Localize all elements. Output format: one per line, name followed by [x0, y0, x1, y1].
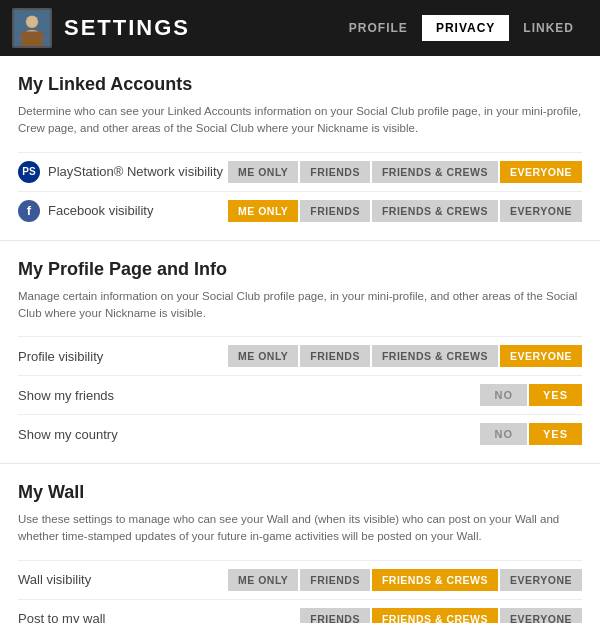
facebook-icon: f [18, 200, 40, 222]
sf-no[interactable]: NO [480, 384, 527, 406]
pv-friends-crews[interactable]: FRIENDS & CREWS [372, 345, 498, 367]
pv-me-only[interactable]: ME ONLY [228, 345, 298, 367]
wv-me-only[interactable]: ME ONLY [228, 569, 298, 591]
post-wall-group: FRIENDS FRIENDS & CREWS EVERYONE [300, 608, 582, 624]
show-country-label: Show my country [18, 427, 480, 442]
wall-visibility-label: Wall visibility [18, 572, 228, 587]
psn-friends-crews[interactable]: FRIENDS & CREWS [372, 161, 498, 183]
show-country-group: NO YES [480, 423, 582, 445]
wv-friends-crews[interactable]: FRIENDS & CREWS [372, 569, 498, 591]
my-wall-title: My Wall [18, 482, 582, 503]
psn-me-only[interactable]: ME ONLY [228, 161, 298, 183]
tab-privacy[interactable]: PRIVACY [422, 15, 509, 41]
post-wall-label: Post to my wall [18, 611, 300, 623]
show-friends-row: Show my friends NO YES [18, 375, 582, 414]
profile-page-desc: Manage certain information on your Socia… [18, 288, 582, 323]
sc-no[interactable]: NO [480, 423, 527, 445]
show-friends-label-text: Show my friends [18, 388, 114, 403]
fb-friends-crews[interactable]: FRIENDS & CREWS [372, 200, 498, 222]
post-wall-row: Post to my wall FRIENDS FRIENDS & CREWS … [18, 599, 582, 624]
sf-yes[interactable]: YES [529, 384, 582, 406]
header-nav: PROFILE PRIVACY LINKED [335, 15, 588, 41]
header: SETTINGS PROFILE PRIVACY LINKED [0, 0, 600, 56]
profile-visibility-label-text: Profile visibility [18, 349, 103, 364]
wall-visibility-group: ME ONLY FRIENDS FRIENDS & CREWS EVERYONE [228, 569, 582, 591]
profile-page-title: My Profile Page and Info [18, 259, 582, 280]
fb-friends[interactable]: FRIENDS [300, 200, 370, 222]
linked-accounts-desc: Determine who can see your Linked Accoun… [18, 103, 582, 138]
psn-label: PS PlayStation® Network visibility [18, 161, 228, 183]
psn-friends[interactable]: FRIENDS [300, 161, 370, 183]
svg-rect-3 [21, 32, 43, 46]
wall-visibility-row: Wall visibility ME ONLY FRIENDS FRIENDS … [18, 560, 582, 599]
fb-me-only[interactable]: ME ONLY [228, 200, 298, 222]
show-friends-label: Show my friends [18, 388, 480, 403]
post-wall-label-text: Post to my wall [18, 611, 105, 623]
psn-icon: PS [18, 161, 40, 183]
section-linked-accounts: My Linked Accounts Determine who can see… [0, 56, 600, 241]
psn-label-text: PlayStation® Network visibility [48, 164, 223, 179]
pw-friends-crews[interactable]: FRIENDS & CREWS [372, 608, 498, 624]
section-my-wall: My Wall Use these settings to manage who… [0, 464, 600, 623]
my-wall-desc: Use these settings to manage who can see… [18, 511, 582, 546]
pv-friends[interactable]: FRIENDS [300, 345, 370, 367]
linked-accounts-title: My Linked Accounts [18, 74, 582, 95]
pw-everyone[interactable]: EVERYONE [500, 608, 582, 624]
svg-point-4 [27, 16, 38, 27]
fb-label: f Facebook visibility [18, 200, 228, 222]
avatar [12, 8, 52, 48]
fb-row: f Facebook visibility ME ONLY FRIENDS FR… [18, 191, 582, 230]
profile-visibility-label: Profile visibility [18, 349, 228, 364]
wall-visibility-label-text: Wall visibility [18, 572, 91, 587]
page-title: SETTINGS [64, 15, 190, 41]
section-profile-page: My Profile Page and Info Manage certain … [0, 241, 600, 465]
tab-profile[interactable]: PROFILE [335, 15, 422, 41]
fb-visibility-group: ME ONLY FRIENDS FRIENDS & CREWS EVERYONE [228, 200, 582, 222]
psn-everyone[interactable]: EVERYONE [500, 161, 582, 183]
pw-friends[interactable]: FRIENDS [300, 608, 370, 624]
profile-visibility-row: Profile visibility ME ONLY FRIENDS FRIEN… [18, 336, 582, 375]
fb-label-text: Facebook visibility [48, 203, 154, 218]
fb-everyone[interactable]: EVERYONE [500, 200, 582, 222]
profile-visibility-group: ME ONLY FRIENDS FRIENDS & CREWS EVERYONE [228, 345, 582, 367]
show-country-label-text: Show my country [18, 427, 118, 442]
show-country-row: Show my country NO YES [18, 414, 582, 453]
content: My Linked Accounts Determine who can see… [0, 56, 600, 623]
psn-row: PS PlayStation® Network visibility ME ON… [18, 152, 582, 191]
wv-everyone[interactable]: EVERYONE [500, 569, 582, 591]
show-friends-group: NO YES [480, 384, 582, 406]
pv-everyone[interactable]: EVERYONE [500, 345, 582, 367]
psn-visibility-group: ME ONLY FRIENDS FRIENDS & CREWS EVERYONE [228, 161, 582, 183]
sc-yes[interactable]: YES [529, 423, 582, 445]
wv-friends[interactable]: FRIENDS [300, 569, 370, 591]
tab-linked[interactable]: LINKED [509, 15, 588, 41]
